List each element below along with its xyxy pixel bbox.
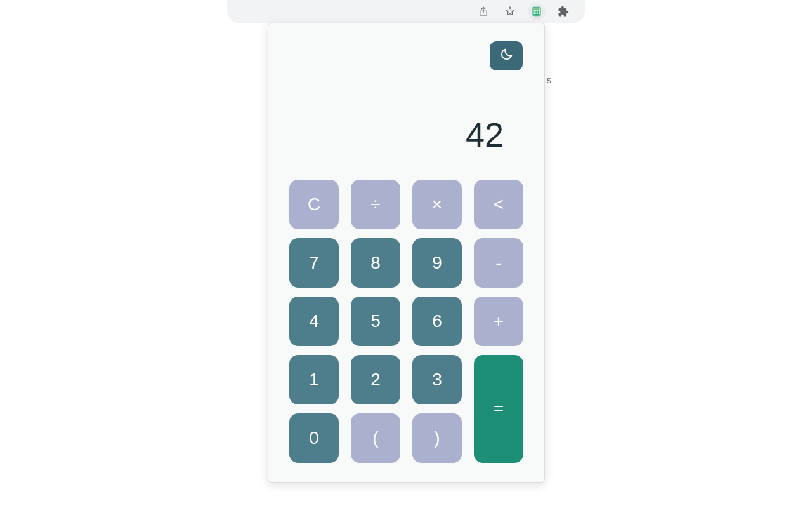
digit-4-button[interactable]: 4: [289, 297, 339, 346]
digit-3-button[interactable]: 3: [412, 355, 462, 404]
digit-5-button[interactable]: 5: [351, 297, 400, 346]
multiply-button[interactable]: ×: [412, 180, 462, 229]
share-icon[interactable]: [475, 3, 492, 20]
calculator-popup: 42 C ÷ × < 7 8 9 - 4 5 6 + 1 2 3 = 0 ( ): [268, 23, 545, 483]
backspace-button[interactable]: <: [474, 180, 523, 229]
digit-9-button[interactable]: 9: [412, 238, 462, 288]
star-icon[interactable]: [501, 3, 519, 20]
clear-button[interactable]: C: [289, 180, 339, 229]
digit-1-button[interactable]: 1: [289, 355, 339, 404]
browser-toolbar: [227, 0, 585, 23]
digit-0-button[interactable]: 0: [289, 413, 339, 463]
calculator-display: 42: [290, 115, 523, 153]
divide-button[interactable]: ÷: [351, 180, 400, 229]
keypad: C ÷ × < 7 8 9 - 4 5 6 + 1 2 3 = 0 ( ): [290, 180, 523, 463]
theme-toggle-button[interactable]: [490, 41, 523, 70]
paren-close-button[interactable]: ): [412, 413, 462, 463]
paren-open-button[interactable]: (: [351, 413, 400, 463]
equals-button[interactable]: =: [474, 355, 523, 463]
svg-rect-2: [534, 8, 540, 10]
background-text: s: [547, 75, 551, 85]
moon-icon: [499, 48, 513, 64]
digit-2-button[interactable]: 2: [351, 355, 400, 404]
digit-8-button[interactable]: 8: [351, 238, 400, 288]
digit-7-button[interactable]: 7: [289, 238, 339, 288]
plus-button[interactable]: +: [474, 297, 523, 346]
calculator-extension-icon[interactable]: [528, 3, 546, 20]
digit-6-button[interactable]: 6: [412, 297, 462, 346]
minus-button[interactable]: -: [474, 238, 523, 288]
extensions-icon[interactable]: [554, 3, 572, 20]
